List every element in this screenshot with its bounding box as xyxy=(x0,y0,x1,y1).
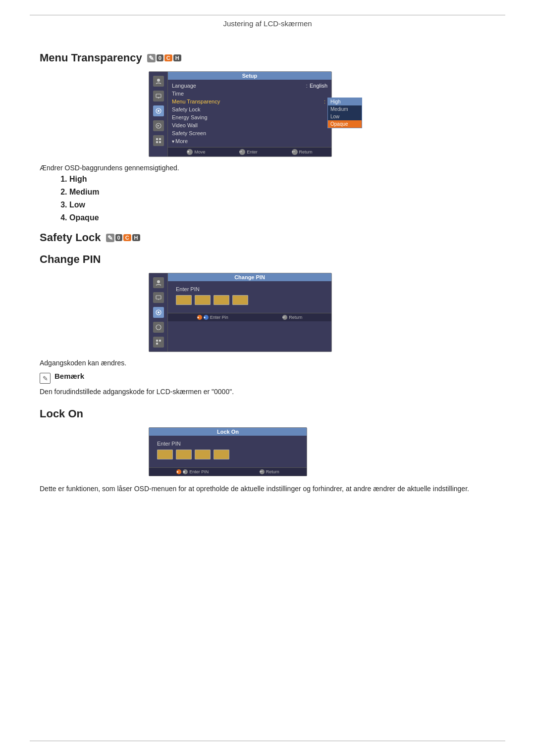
lock-on-pin-squares xyxy=(157,450,299,459)
svg-rect-9 xyxy=(156,141,158,143)
dropdown-medium: Medium xyxy=(328,105,362,113)
edit-badge: ✎ xyxy=(147,54,156,62)
note-label: Bemærk xyxy=(54,372,84,380)
pin-sidebar xyxy=(149,273,168,352)
dropdown-opaque: Opaque xyxy=(328,120,362,128)
pin-icon-5 xyxy=(153,337,164,348)
note-icon: ✎ xyxy=(40,373,51,384)
lock-on-footer-enter: ● ● Enter PIN xyxy=(176,469,209,474)
badge-group-transparency: ✎ 0 C H xyxy=(147,54,181,62)
pin-dot-blue: ● xyxy=(204,315,209,320)
transparency-list: High Medium Low Opaque xyxy=(69,175,495,222)
top-rule xyxy=(30,15,505,15)
osd-sidebar xyxy=(149,72,168,156)
h-badge: H xyxy=(173,54,181,61)
lock-on-square-1 xyxy=(157,450,173,459)
osd-setup-screenshot: Setup Language : English Time Menu Trans… xyxy=(149,71,332,157)
pin-icon-1 xyxy=(153,277,164,288)
lock-on-heading: Lock On xyxy=(40,407,495,420)
pin-square-1 xyxy=(176,295,192,305)
osd-icon-5 xyxy=(153,135,164,146)
svg-rect-10 xyxy=(159,141,161,143)
osd-main-panel: Setup Language : English Time Menu Trans… xyxy=(168,72,331,156)
svg-point-11 xyxy=(157,280,160,283)
osd-row-menu-transparency: Menu Transparency : High Medium Low Opaq… xyxy=(172,98,327,105)
svg-rect-8 xyxy=(159,138,161,140)
lock-on-footer-return: ↩ Return xyxy=(260,469,279,474)
page-header: Justering af LCD-skærmen xyxy=(0,19,535,28)
osd-footer-return: ↩ Return xyxy=(292,149,313,155)
svg-rect-19 xyxy=(156,343,158,345)
enter-icon: ↵ xyxy=(239,149,245,155)
osd-title: Setup xyxy=(168,72,331,80)
osd-row-time: Time xyxy=(172,90,327,98)
dropdown-low: Low xyxy=(328,113,362,120)
lock-on-screenshot: Lock On Enter PIN ● ● Enter PIN ↩ Return xyxy=(149,427,307,476)
pin-square-2 xyxy=(195,295,211,305)
pin-dot-orange: ● xyxy=(197,315,202,320)
change-pin-title: Change PIN xyxy=(40,253,101,266)
list-item-2: Medium xyxy=(69,188,495,197)
svg-rect-18 xyxy=(159,340,161,342)
change-pin-content: Enter PIN xyxy=(168,281,331,313)
osd-row-more: ▾ More xyxy=(172,137,327,145)
menu-transparency-title: Menu Transparency xyxy=(40,51,142,64)
note-box: ✎ Bemærk xyxy=(40,372,495,384)
badge-group-safety: ✎ 0 C H xyxy=(106,234,140,242)
osd-footer-move: ✦ Move xyxy=(187,149,205,155)
pin-icon-2 xyxy=(153,292,164,303)
pin-footer-return: ↩ Return xyxy=(282,315,302,320)
svg-point-16 xyxy=(156,325,161,330)
pin-square-4 xyxy=(232,295,248,305)
lock-on-title-bar: Lock On xyxy=(149,428,307,436)
lock-on-square-4 xyxy=(214,450,229,459)
change-pin-desc: Adgangskoden kan ændres. xyxy=(40,359,495,367)
svg-rect-17 xyxy=(156,340,158,342)
lock-return-icon: ↩ xyxy=(260,469,265,474)
lock-on-square-2 xyxy=(176,450,192,459)
osd-row-safety-lock: Safety Lock xyxy=(172,105,327,113)
note-text: Den forudindstillede adgangskode for LCD… xyxy=(40,388,495,396)
osd-icon-3 xyxy=(153,105,164,116)
svg-point-15 xyxy=(158,311,160,313)
change-pin-heading: Change PIN xyxy=(40,253,495,266)
osd-dropdown: High Medium Low Opaque xyxy=(327,98,362,128)
change-pin-footer: ● ● Enter Pin ↩ Return xyxy=(168,313,331,321)
dropdown-high: High xyxy=(328,98,362,105)
osd-footer: ✦ Move ↵ Enter ↩ Return xyxy=(168,147,331,156)
osd-menu-items: Language : English Time Menu Transparenc… xyxy=(168,80,331,147)
list-item-1: High xyxy=(69,175,495,184)
pin-return-icon: ↩ xyxy=(282,315,287,320)
lock-on-desc: Dette er funktionen, som låser OSD-menue… xyxy=(40,483,495,494)
lock-dot-orange: ● xyxy=(176,469,181,474)
bottom-rule xyxy=(30,741,505,741)
c-badge-2: C xyxy=(123,234,131,241)
menu-transparency-heading: Menu Transparency ✎ 0 C H xyxy=(40,51,495,64)
osd-row-language: Language : English xyxy=(172,82,327,90)
safety-lock-heading: Safety Lock ✎ 0 C H xyxy=(40,231,495,244)
return-icon: ↩ xyxy=(292,149,298,155)
change-pin-title-bar: Change PIN xyxy=(168,273,331,281)
zero-badge: 0 xyxy=(157,54,163,61)
lock-on-content: Enter PIN xyxy=(149,436,307,467)
change-pin-main: Change PIN Enter PIN ● ● Enter Pin ↩ xyxy=(168,273,331,352)
osd-footer-enter: ↵ Enter xyxy=(239,149,258,155)
osd-icon-4 xyxy=(153,120,164,131)
svg-rect-1 xyxy=(156,94,161,98)
lock-on-footer: ● ● Enter PIN ↩ Return xyxy=(149,467,307,476)
pin-icon-3 xyxy=(153,307,164,318)
change-pin-screenshot: Change PIN Enter PIN ● ● Enter Pin ↩ xyxy=(149,273,332,352)
c-badge: C xyxy=(164,54,172,61)
svg-rect-12 xyxy=(156,296,161,299)
lock-on-pin-label: Enter PIN xyxy=(157,441,299,447)
transparency-desc: Ændrer OSD-baggrundens gennemsigtighed. xyxy=(40,164,495,172)
list-item-3: Low xyxy=(69,201,495,209)
osd-icon-1 xyxy=(153,76,164,87)
main-content: Menu Transparency ✎ 0 C H xyxy=(0,38,535,524)
list-item-4: Opaque xyxy=(69,213,495,222)
pin-squares xyxy=(176,295,323,305)
svg-point-0 xyxy=(157,79,160,82)
pin-icon-4 xyxy=(153,322,164,333)
osd-row-energy-saving: Energy Saving xyxy=(172,113,327,121)
svg-rect-7 xyxy=(156,138,158,140)
